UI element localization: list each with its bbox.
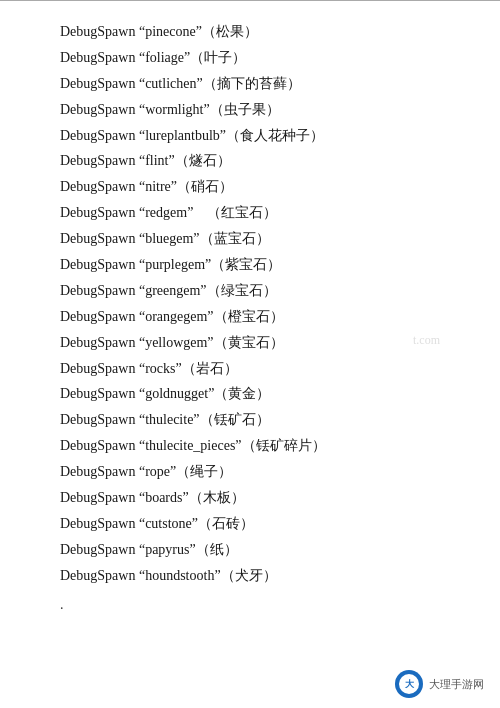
list-item: DebugSpawn “orangegem”（橙宝石） [60, 304, 440, 330]
list-item: DebugSpawn “flint”（燧石） [60, 148, 440, 174]
footer-logo-icon: 大 [399, 674, 419, 694]
list-item: DebugSpawn “cutlichen”（摘下的苔藓） [60, 71, 440, 97]
list-item: DebugSpawn “foliage”（叶子） [60, 45, 440, 71]
list-item: DebugSpawn “purplegem”（紫宝石） [60, 252, 440, 278]
footer: 大 大理手游网 [395, 670, 484, 698]
list-item: DebugSpawn “yellowgem”（黄宝石） [60, 330, 440, 356]
list-item: DebugSpawn “wormlight”（虫子果） [60, 97, 440, 123]
list-item: DebugSpawn “boards”（木板） [60, 485, 440, 511]
footer-site-label: 大理手游网 [429, 677, 484, 692]
list-item: DebugSpawn “lureplantbulb”（食人花种子） [60, 123, 440, 149]
list-item: DebugSpawn “rocks”（岩石） [60, 356, 440, 382]
list-item: DebugSpawn “thulecite”（铥矿石） [60, 407, 440, 433]
list-item: DebugSpawn “goldnugget”（黄金） [60, 381, 440, 407]
list-item: DebugSpawn “redgem” （红宝石） [60, 200, 440, 226]
list-item: DebugSpawn “rope”（绳子） [60, 459, 440, 485]
list-item: DebugSpawn “cutstone”（石砖） [60, 511, 440, 537]
top-divider [0, 0, 500, 1]
list-item: DebugSpawn “nitre”（硝石） [60, 174, 440, 200]
list-item: DebugSpawn “greengem”（绿宝石） [60, 278, 440, 304]
list-item: DebugSpawn “bluegem”（蓝宝石） [60, 226, 440, 252]
list-item: DebugSpawn “pinecone”（松果） [60, 19, 440, 45]
dot: . [60, 597, 440, 613]
list-item: DebugSpawn “thulecite_pieces”（铥矿碎片） [60, 433, 440, 459]
list-item: DebugSpawn “houndstooth”（犬牙） [60, 563, 440, 589]
list-item: DebugSpawn “papyrus”（纸） [60, 537, 440, 563]
content-area: DebugSpawn “pinecone”（松果）DebugSpawn “fol… [0, 11, 500, 653]
footer-logo: 大 [395, 670, 423, 698]
